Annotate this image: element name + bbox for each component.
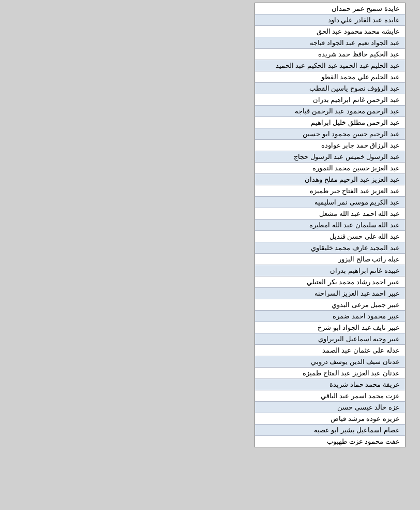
list-item: عبير نايف عبد الجواد ابو شرخ — [255, 322, 405, 333]
list-item: عبد الكريم موسى نمر اسليميه — [255, 197, 405, 208]
list-item: عبد العزيز عبد الفتاح جبر طميزه — [255, 185, 405, 197]
page-wrapper: عايدة سميح عمر حمدانعايده عبد القادر علي… — [0, 0, 420, 510]
list-item: عبيده غانم ابراهيم بدران — [255, 265, 405, 276]
list-item: عبد الله سليمان عبد الله امطيره — [255, 220, 405, 231]
list-item: عايدة سميح عمر حمدان — [255, 3, 405, 14]
list-item: عبد الرحيم حسن محمود ابو حسين — [255, 128, 405, 140]
list-item: عبد الحليم علي محمد القطو — [255, 71, 405, 83]
list-item: عبير احمد رشاد محمد بكر العتيلي — [255, 276, 405, 288]
list-item: عدنان عبد العزيز عبد الفتاح طميزه — [255, 368, 405, 379]
list-item: عبد الرحمن محمود عبد الرحمن قباجه — [255, 106, 405, 117]
list-item: عبد الرسول خميس عبد الرسول حجاج — [255, 151, 405, 163]
list-item: عفت محمود عزت طهبوب — [255, 436, 405, 447]
list-item: عبد الحكيم حافظ حمد شريده — [255, 49, 405, 60]
list-item: عبد الرؤوف نصوح ياسين القطب — [255, 83, 405, 94]
list-item: عريفة محمد حماد شريدة — [255, 379, 405, 390]
list-item: عبد الله احمد عبد الله مشعل — [255, 208, 405, 220]
list-item: عبد الرزاق حمد جابر عواوده — [255, 140, 405, 151]
list-item: عصام اسماعيل بشير ابو عصبه — [255, 425, 405, 436]
list-item: عبد الحليم عبد الحميد عبد الحكيم عبد الح… — [255, 60, 405, 71]
list-item: عبير محمود احمد ضمره — [255, 311, 405, 322]
list-item: عدله على عثمان عبد الصمد — [255, 345, 405, 356]
list-item: عبله راتب صالح البزور — [255, 254, 405, 265]
list-item: عبد العزيز عبد الرحيم مفلح وهدان — [255, 174, 405, 185]
list-item: عزت محمد اسمر عبد الباقي — [255, 390, 405, 402]
list-item: عبير احمد عبد العزيز السراحنه — [255, 288, 405, 299]
list-item: عايده عبد القادر علي داود — [255, 14, 405, 26]
list-item: عبد الله على حسن قنديل — [255, 231, 405, 242]
list-item: عبد الرحمن مطلق خليل ابراهيم — [255, 117, 405, 128]
list-item: عزه خالد عيسى حسن — [255, 402, 405, 413]
list-item: عايشه محمد محمود عبد الحق — [255, 26, 405, 37]
list-item: عدنان سيف الدين يوسف دروبي — [255, 356, 405, 368]
list-item: عبير وجيه اسماعيل البربراوي — [255, 333, 405, 345]
list-item: عبد الجواد نعيم عبد الجواد قباجه — [255, 37, 405, 49]
list-item: عبد الرحمن غانم ابراهيم بدران — [255, 94, 405, 106]
list-item: عبير جميل مرعى البدوي — [255, 299, 405, 311]
list-item: عبد المجيد عارف محمد خليقاوي — [255, 242, 405, 254]
list-item: عبد العزيز حسين محمد النموره — [255, 163, 405, 174]
names-list-container: عايدة سميح عمر حمدانعايده عبد القادر علي… — [254, 3, 406, 447]
list-item: عزيزه عوده مرشد فياض — [255, 413, 405, 425]
